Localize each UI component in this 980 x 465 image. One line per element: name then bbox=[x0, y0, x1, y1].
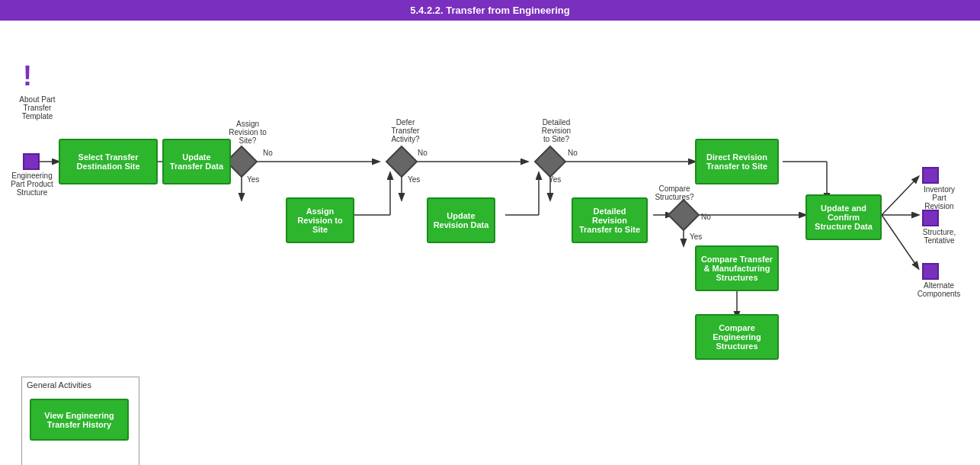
inventory-part-label: InventoryPartRevision bbox=[911, 185, 968, 210]
detailed-revision-q-label: DetailedRevisionto Site? bbox=[530, 118, 583, 143]
detailed-revision-box[interactable]: Detailed Revision Transfer to Site bbox=[572, 197, 648, 243]
diamond4-yes-label: Yes bbox=[690, 232, 702, 241]
select-transfer-box[interactable]: Select Transfer Destination Site bbox=[59, 139, 158, 184]
diamond1-yes-label: Yes bbox=[247, 175, 259, 184]
about-part-label: About PartTransferTemplate bbox=[11, 95, 64, 120]
defer-transfer-diamond[interactable] bbox=[386, 146, 418, 178]
compare-engineering-box[interactable]: Compare Engineering Structures bbox=[695, 314, 779, 360]
engineering-part-label: EngineeringPart ProductStructure bbox=[5, 172, 59, 197]
diamond4-no-label: No bbox=[701, 213, 711, 221]
structure-tentative-label: Structure,Tentative bbox=[911, 228, 968, 245]
alternate-components-square[interactable] bbox=[922, 263, 939, 280]
inventory-part-square[interactable] bbox=[922, 167, 939, 184]
about-part-icon: ! bbox=[23, 63, 32, 90]
diamond2-yes-label: Yes bbox=[408, 175, 420, 184]
compare-transfer-box[interactable]: Compare Transfer & Manufacturing Structu… bbox=[695, 245, 779, 291]
update-revision-box[interactable]: Update Revision Data bbox=[427, 197, 495, 243]
direct-revision-box[interactable]: Direct Revision Transfer to Site bbox=[695, 139, 779, 184]
update-transfer-box[interactable]: Update Transfer Data bbox=[162, 139, 231, 184]
update-confirm-box[interactable]: Update and Confirm Structure Data bbox=[805, 194, 882, 240]
view-engineering-box[interactable]: View Engineering Transfer History bbox=[30, 399, 129, 441]
legend-box: General Activities View Engineering Tran… bbox=[21, 377, 139, 465]
page-title: 5.4.2.2. Transfer from Engineering bbox=[410, 5, 570, 16]
compare-structures-diamond[interactable] bbox=[668, 199, 700, 231]
structure-tentative-square[interactable] bbox=[922, 210, 939, 226]
engineering-part-square[interactable] bbox=[23, 153, 40, 170]
compare-structures-q-label: CompareStructures? bbox=[648, 184, 701, 201]
diamond3-no-label: No bbox=[568, 149, 578, 157]
diamond2-no-label: No bbox=[418, 149, 428, 157]
assign-revision-box[interactable]: Assign Revision to Site bbox=[286, 197, 354, 243]
defer-transfer-q-label: DeferTransferActivity? bbox=[379, 118, 432, 143]
alternate-components-label: AlternateComponents bbox=[908, 281, 969, 298]
detailed-revision-diamond[interactable] bbox=[534, 146, 566, 178]
diamond3-yes-label: Yes bbox=[549, 175, 561, 184]
diagram-area: ! About PartTransferTemplate Engineering… bbox=[0, 21, 980, 465]
diamond1-no-label: No bbox=[263, 149, 273, 157]
general-activities-title: General Activities bbox=[22, 377, 139, 393]
title-bar: 5.4.2.2. Transfer from Engineering bbox=[0, 0, 980, 21]
